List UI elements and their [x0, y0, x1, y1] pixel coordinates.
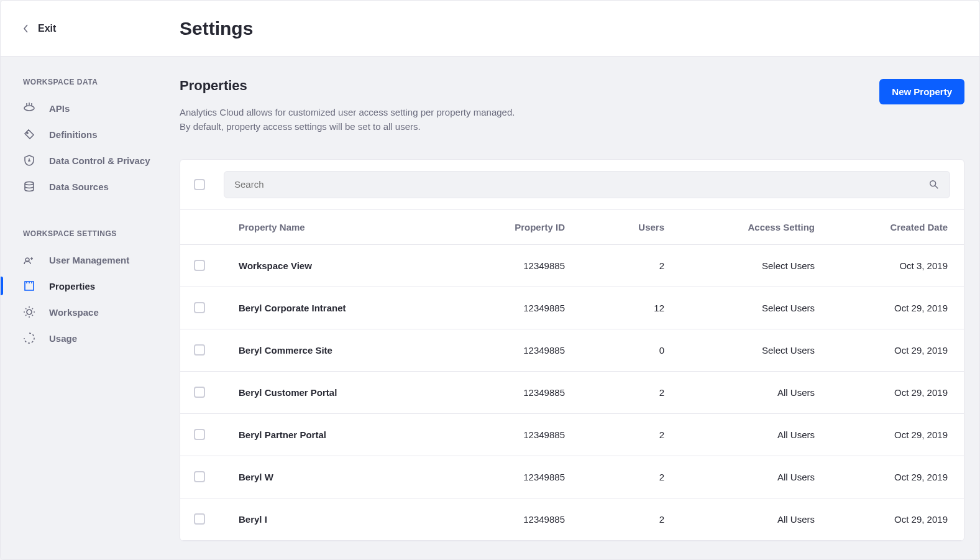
sidebar-item-label: APIs	[49, 103, 70, 114]
table-toolbar	[180, 160, 964, 210]
main-content: Properties Analytics Cloud allows for cu…	[180, 57, 979, 559]
table-row[interactable]: Beryl I123498852All UsersOct 29, 2019	[180, 498, 964, 541]
section-desc-line2: By default, property access settings wil…	[180, 119, 515, 134]
table-row[interactable]: Beryl Customer Portal123498852All UsersO…	[180, 372, 964, 414]
sidebar-item-label: Definitions	[49, 129, 98, 140]
section-desc-line1: Analytics Cloud allows for customized us…	[180, 105, 515, 119]
col-users: Users	[590, 222, 689, 232]
cell-id: 12349885	[465, 387, 590, 398]
sidebar-item-label: Data Sources	[49, 181, 109, 192]
cell-name: Beryl Customer Portal	[239, 387, 465, 398]
table-row[interactable]: Beryl Partner Portal123498852All UsersOc…	[180, 414, 964, 456]
properties-icon	[23, 280, 35, 292]
gear-icon	[23, 306, 35, 318]
exit-button[interactable]: Exit	[1, 23, 180, 34]
cell-id: 12349885	[465, 472, 590, 482]
cell-id: 12349885	[465, 429, 590, 440]
row-checkbox[interactable]	[194, 344, 205, 356]
table-header: Property Name Property ID Users Access S…	[180, 210, 964, 245]
exit-label: Exit	[38, 23, 56, 34]
cell-users: 2	[590, 472, 689, 482]
sidebar-item-label: Data Control & Privacy	[49, 155, 150, 166]
search-box	[224, 171, 950, 198]
cell-users: 2	[590, 387, 689, 398]
page-title: Settings	[180, 18, 253, 39]
api-icon	[23, 102, 35, 114]
cell-created: Oct 29, 2019	[826, 514, 950, 525]
cell-users: 2	[590, 429, 689, 440]
col-property-name: Property Name	[239, 222, 465, 232]
sidebar-item-user-management[interactable]: User Management	[1, 247, 180, 273]
sidebar-group-settings: WORKSPACE SETTINGS User Management Prope…	[1, 229, 180, 351]
cell-access: Select Users	[689, 345, 826, 356]
sidebar-group-title: WORKSPACE DATA	[1, 78, 180, 95]
row-checkbox[interactable]	[194, 260, 205, 271]
cell-users: 0	[590, 345, 689, 356]
sidebar-item-label: User Management	[49, 255, 129, 265]
sidebar-item-data-control[interactable]: Data Control & Privacy	[1, 147, 180, 173]
row-checkbox[interactable]	[194, 302, 205, 313]
cell-access: Select Users	[689, 303, 826, 313]
sidebar-item-label: Properties	[49, 281, 95, 291]
row-checkbox[interactable]	[194, 387, 205, 398]
shield-icon	[23, 154, 35, 167]
cell-access: All Users	[689, 429, 826, 440]
cell-access: All Users	[689, 472, 826, 482]
search-input[interactable]	[234, 179, 928, 190]
sidebar-item-label: Workspace	[49, 307, 99, 318]
col-property-id: Property ID	[465, 222, 590, 232]
cell-created: Oct 29, 2019	[826, 345, 950, 356]
cell-name: Workspace View	[239, 260, 465, 271]
cell-name: Beryl I	[239, 514, 465, 525]
select-all-checkbox[interactable]	[194, 179, 205, 190]
row-checkbox[interactable]	[194, 513, 205, 525]
row-checkbox[interactable]	[194, 429, 205, 440]
cell-created: Oct 29, 2019	[826, 472, 950, 482]
table-row[interactable]: Beryl Commerce Site123498850Select Users…	[180, 329, 964, 372]
col-access: Access Setting	[689, 222, 826, 232]
table-row[interactable]: Workspace View123498852Select UsersOct 3…	[180, 245, 964, 287]
cell-id: 12349885	[465, 345, 590, 356]
properties-table-card: Property Name Property ID Users Access S…	[180, 159, 964, 541]
cell-created: Oct 29, 2019	[826, 303, 950, 313]
tag-icon	[23, 128, 35, 140]
database-icon	[23, 180, 35, 193]
cell-name: Beryl W	[239, 472, 465, 482]
sidebar-item-usage[interactable]: Usage	[1, 325, 180, 351]
sidebar-item-label: Usage	[49, 333, 77, 344]
topbar: Exit Settings	[1, 1, 979, 57]
cell-access: All Users	[689, 387, 826, 398]
search-icon	[928, 179, 940, 190]
cell-id: 12349885	[465, 260, 590, 271]
col-created: Created Date	[826, 222, 950, 232]
cell-access: Select Users	[689, 260, 826, 271]
section-header-text: Properties Analytics Cloud allows for cu…	[180, 78, 515, 134]
new-property-button[interactable]: New Property	[879, 79, 964, 104]
section-title: Properties	[180, 78, 515, 94]
chevron-left-icon	[23, 24, 29, 34]
sidebar-item-apis[interactable]: APIs	[1, 95, 180, 121]
table-row[interactable]: Beryl Corporate Intranet1234988512Select…	[180, 287, 964, 329]
sidebar: WORKSPACE DATA APIs Definitions Data Con…	[1, 57, 180, 559]
sidebar-item-definitions[interactable]: Definitions	[1, 121, 180, 147]
cell-access: All Users	[689, 514, 826, 525]
cell-name: Beryl Corporate Intranet	[239, 303, 465, 313]
sidebar-item-properties[interactable]: Properties	[1, 273, 180, 299]
cell-users: 2	[590, 514, 689, 525]
sidebar-group-data: WORKSPACE DATA APIs Definitions Data Con…	[1, 78, 180, 200]
usage-icon	[23, 332, 35, 344]
sidebar-group-title: WORKSPACE SETTINGS	[1, 229, 180, 247]
cell-name: Beryl Partner Portal	[239, 429, 465, 440]
users-icon	[23, 254, 35, 266]
table-row[interactable]: Beryl W123498852All UsersOct 29, 2019	[180, 456, 964, 498]
cell-created: Oct 29, 2019	[826, 429, 950, 440]
cell-created: Oct 29, 2019	[826, 387, 950, 398]
sidebar-item-workspace[interactable]: Workspace	[1, 299, 180, 325]
cell-id: 12349885	[465, 514, 590, 525]
row-checkbox[interactable]	[194, 471, 205, 482]
cell-name: Beryl Commerce Site	[239, 345, 465, 356]
cell-users: 12	[590, 303, 689, 313]
cell-created: Oct 3, 2019	[826, 260, 950, 271]
cell-users: 2	[590, 260, 689, 271]
sidebar-item-data-sources[interactable]: Data Sources	[1, 173, 180, 200]
